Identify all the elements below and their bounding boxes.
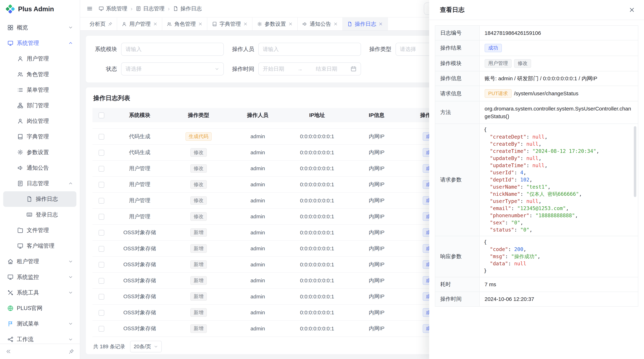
sidebar-item-operation-log[interactable]: 操作日志 — [3, 191, 76, 207]
pin-icon[interactable] — [108, 22, 112, 26]
operator-input[interactable]: 请输入 — [258, 43, 361, 56]
sidebar-item-test-menu[interactable]: 测试菜单 — [3, 316, 76, 332]
menu-toggle-icon[interactable] — [86, 5, 93, 12]
page-size-select[interactable]: 20条/页 — [130, 341, 162, 352]
tab-operation-log[interactable]: 操作日志 — [343, 17, 388, 30]
date-range-input[interactable]: 开始日期 → 结束日期 — [258, 62, 361, 75]
sidebar-item-param-settings[interactable]: 参数设置 — [3, 144, 76, 160]
row-checkbox[interactable] — [98, 326, 104, 332]
breadcrumb-item-log-mgmt[interactable]: 日志管理 — [136, 5, 164, 12]
table-row[interactable]: OSS对象存储新增admin0:0:0:0:0:0:0:1内网IP成功 — [92, 289, 456, 305]
tab-dict-mgmt[interactable]: 字典管理 — [207, 17, 252, 30]
scrollbar[interactable] — [634, 126, 636, 233]
sidebar-item-role-mgmt[interactable]: 角色管理 — [3, 66, 76, 82]
table-row[interactable]: 用户管理修改admin0:0:0:0:0:0:0:1内网IP成功 — [92, 161, 456, 177]
system-module-input[interactable]: 请输入 — [121, 43, 224, 56]
detail-value: { "code": 200, "msg": "操作成功", "data": nu… — [480, 236, 638, 277]
drawer-close-icon[interactable] — [629, 7, 635, 13]
placeholder: 请选择 — [126, 65, 142, 73]
row-checkbox[interactable] — [98, 166, 104, 172]
close-icon[interactable] — [198, 22, 202, 26]
sidebar-item-client-mgmt[interactable]: 客户端管理 — [3, 238, 76, 254]
cell-op-type: 新增 — [169, 273, 228, 289]
row-checkbox[interactable] — [98, 214, 104, 220]
status-select[interactable]: 请选择 — [121, 62, 224, 75]
sidebar-item-system-monitor[interactable]: 系统监控 — [3, 269, 76, 285]
sidebar-item-user-mgmt[interactable]: 用户管理 — [3, 51, 76, 66]
select-all-checkbox[interactable] — [98, 112, 104, 118]
sidebar-item-label: 菜单管理 — [27, 86, 49, 94]
row-checkbox[interactable] — [98, 246, 104, 252]
row-checkbox[interactable] — [98, 278, 104, 284]
detail-row-request-params: 请求参数{ "createDept": null, "createBy": nu… — [435, 124, 638, 236]
row-checkbox[interactable] — [98, 182, 104, 188]
cell-system-module: 用户管理 — [110, 208, 169, 225]
table-row[interactable]: 用户管理修改admin0:0:0:0:0:0:0:1内网IP成功 — [92, 193, 456, 209]
chevron-down-icon — [68, 259, 73, 264]
sidebar-item-system-tools[interactable]: 系统工具 — [3, 285, 76, 300]
end-date-placeholder: 结束日期 — [316, 65, 337, 73]
row-checkbox[interactable] — [98, 230, 104, 236]
table-row[interactable]: OSS对象存储新增admin0:0:0:0:0:0:0:1内网IP成功 — [92, 273, 456, 289]
detail-label: 响应参数 — [435, 236, 480, 277]
sidebar-item-overview[interactable]: 概览 — [3, 20, 76, 35]
sidebar-item-login-log[interactable]: 登录日志 — [3, 207, 76, 222]
sidebar-item-label: 客户端管理 — [27, 242, 54, 250]
cell-ip: 0:0:0:0:0:0:0:1 — [287, 257, 347, 273]
sidebar-item-dict-mgmt[interactable]: 字典管理 — [3, 129, 76, 144]
tab-label: 通知公告 — [310, 20, 331, 28]
sidebar-item-plus-site[interactable]: PLUS官网 — [3, 300, 76, 316]
table-row[interactable]: 代码生成修改admin0:0:0:0:0:0:0:1内网IP成功 — [92, 144, 456, 161]
sidebar-item-menu-mgmt[interactable]: 菜单管理 — [3, 82, 76, 98]
row-checkbox[interactable] — [98, 134, 104, 140]
close-icon[interactable] — [153, 22, 158, 26]
row-checkbox[interactable] — [98, 294, 104, 300]
tab-label: 操作日志 — [355, 20, 376, 28]
row-checkbox[interactable] — [98, 262, 104, 268]
table-row[interactable]: OSS对象存储新增admin0:0:0:0:0:0:0:1内网IP成功 — [92, 321, 456, 337]
tab-notice[interactable]: 通知公告 — [298, 17, 343, 30]
row-checkbox[interactable] — [98, 150, 104, 156]
detail-value: 7 ms — [480, 277, 638, 292]
table-row[interactable]: 代码生成生成代码admin0:0:0:0:0:0:0:1内网IP成功 — [92, 129, 456, 145]
table-row[interactable]: 用户管理修改admin0:0:0:0:0:0:0:1内网IP成功 — [92, 208, 456, 225]
placeholder: 请选择 — [400, 45, 416, 53]
close-icon[interactable] — [334, 22, 338, 26]
drawer-title: 查看日志 — [440, 6, 464, 14]
table-row[interactable]: OSS对象存储新增admin0:0:0:0:0:0:0:1内网IP成功 — [92, 225, 456, 241]
row-checkbox[interactable] — [98, 198, 104, 204]
close-icon[interactable] — [288, 22, 293, 26]
field-label: 操作人员 — [230, 45, 258, 53]
table-row[interactable]: OSS对象存储新增admin0:0:0:0:0:0:0:1内网IP成功 — [92, 241, 456, 257]
close-icon[interactable] — [243, 22, 248, 26]
code-block: { "code": 200, "msg": "操作成功", "data": nu… — [484, 239, 632, 275]
row-checkbox[interactable] — [98, 310, 104, 316]
tab-role-mgmt[interactable]: 角色管理 — [162, 17, 207, 30]
chevron-up-icon — [68, 181, 73, 186]
table-row[interactable]: OSS对象存储新增admin0:0:0:0:0:0:0:1内网IP成功 — [92, 257, 456, 273]
sidebar-item-tenant-mgmt[interactable]: 租户管理 — [3, 254, 76, 269]
login-icon — [26, 212, 32, 218]
table-row[interactable]: OSS对象存储新增admin0:0:0:0:0:0:0:1内网IP成功 — [92, 305, 456, 321]
tab-user-mgmt[interactable]: 用户管理 — [117, 17, 162, 30]
filter-field-operator: 操作人员 请输入 — [230, 43, 361, 56]
tab-analysis[interactable]: 分析页 — [85, 17, 117, 30]
sidebar-item-workflow[interactable]: 工作流 — [3, 332, 76, 344]
pin-sidebar-icon[interactable] — [69, 349, 74, 354]
monitor-icon — [7, 40, 14, 46]
table-row[interactable]: 用户管理修改admin0:0:0:0:0:0:0:1内网IP成功 — [92, 176, 456, 193]
sidebar-item-notice[interactable]: 通知公告 — [3, 160, 76, 176]
op-type-badge: 新增 — [190, 292, 206, 301]
breadcrumb-label: 系统管理 — [106, 5, 127, 12]
sidebar-item-dept-mgmt[interactable]: 部门管理 — [3, 98, 76, 113]
tab-param-settings[interactable]: 参数设置 — [252, 17, 298, 30]
collapse-sidebar-icon[interactable] — [6, 349, 11, 354]
breadcrumb-item-operation-log[interactable]: 操作日志 — [173, 5, 202, 12]
sidebar-item-file-mgmt[interactable]: 文件管理 — [3, 222, 76, 238]
sidebar-item-system-mgmt[interactable]: 系统管理 — [3, 35, 76, 51]
close-icon[interactable] — [378, 22, 383, 26]
sidebar-item-log-mgmt[interactable]: 日志管理 — [3, 176, 76, 191]
sidebar-item-post-mgmt[interactable]: 岗位管理 — [3, 113, 76, 129]
scrollbar-thumb[interactable] — [634, 126, 636, 197]
breadcrumb-item-system-mgmt[interactable]: 系统管理 — [98, 5, 127, 12]
